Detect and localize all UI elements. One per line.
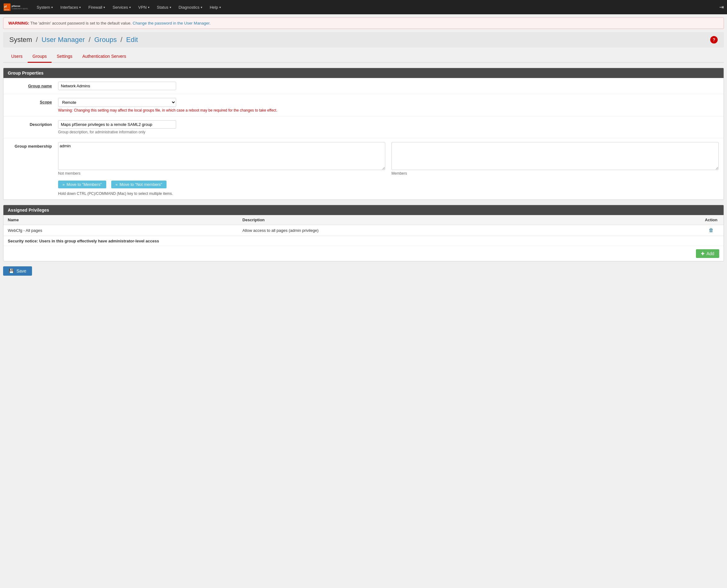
col-description: Description xyxy=(238,215,699,225)
svg-text:Sense: Sense xyxy=(4,9,9,10)
col-action: Action xyxy=(699,215,724,225)
assigned-privileges-body: Name Description Action WebCfg - All pag… xyxy=(3,215,724,261)
pfsense-logo-svg: pf Sense pfSense COMMUNITY EDITION xyxy=(3,2,28,13)
table-row: WebCfg - All pages Allow access to all p… xyxy=(3,225,724,236)
scope-warning-text: Warning: Changing this setting may affec… xyxy=(58,108,719,112)
description-input[interactable] xyxy=(58,120,176,129)
group-name-input[interactable] xyxy=(58,82,176,90)
help-icon[interactable]: ? xyxy=(710,36,718,43)
move-to-members-button[interactable]: » Move to "Members" xyxy=(58,181,106,188)
nav-logout-icon[interactable]: ⇥ xyxy=(719,4,724,10)
tab-users[interactable]: Users xyxy=(6,51,28,63)
svg-text:COMMUNITY EDITION: COMMUNITY EDITION xyxy=(12,8,28,9)
breadcrumb-bar: System / User Manager / Groups / Edit ? xyxy=(3,32,724,47)
move-to-members-label: Move to "Members" xyxy=(66,182,102,187)
group-name-field xyxy=(58,82,719,90)
assigned-privileges-panel: Assigned Privileges Name Description Act… xyxy=(3,205,724,261)
tab-authentication-servers[interactable]: Authentication Servers xyxy=(77,51,131,63)
breadcrumb: System / User Manager / Groups / Edit xyxy=(9,36,138,44)
breadcrumb-system: System xyxy=(9,36,32,43)
move-to-not-members-arrows: « xyxy=(115,182,118,187)
warning-banner: WARNING: The 'admin' account password is… xyxy=(3,17,724,29)
save-icon: 💾 xyxy=(9,269,14,273)
scope-select[interactable]: Remote Local xyxy=(58,98,176,107)
description-help: Group description, for administrative in… xyxy=(58,130,719,134)
warning-label: WARNING: xyxy=(8,21,29,25)
navbar: pf Sense pfSense COMMUNITY EDITION Syste… xyxy=(0,0,727,14)
nav-help[interactable]: Help ▾ xyxy=(206,0,224,14)
breadcrumb-groups[interactable]: Groups xyxy=(94,36,117,43)
group-name-label: Group name xyxy=(8,82,58,88)
tabs-bar: Users Groups Settings Authentication Ser… xyxy=(3,51,724,63)
not-members-label: Not members xyxy=(58,171,385,175)
nav-status[interactable]: Status ▾ xyxy=(153,0,175,14)
not-members-list[interactable]: admin xyxy=(58,142,385,170)
group-membership-label: Group membership xyxy=(8,142,58,149)
add-icon: ✚ xyxy=(701,251,705,256)
members-col: Members xyxy=(391,142,719,175)
hold-notice: Hold down CTRL (PC)/COMMAND (Mac) key to… xyxy=(58,191,719,196)
membership-columns: admin Not members Members xyxy=(58,142,719,175)
security-notice: Security notice: Users in this group eff… xyxy=(3,236,724,246)
scope-field: Remote Local Warning: Changing this sett… xyxy=(58,98,719,112)
breadcrumb-sep3: / xyxy=(121,36,123,43)
move-to-not-members-label: Move to "Not members" xyxy=(120,182,162,187)
warning-text: The 'admin' account password is set to t… xyxy=(30,21,133,25)
breadcrumb-current: Edit xyxy=(126,36,138,43)
nav-system[interactable]: System ▾ xyxy=(33,0,57,14)
add-button-row: ✚ Add xyxy=(3,246,724,261)
add-label: Add xyxy=(706,251,714,256)
nav-services[interactable]: Services ▾ xyxy=(109,0,134,14)
group-name-row: Group name xyxy=(3,78,724,94)
scope-row: Scope Remote Local Warning: Changing thi… xyxy=(3,94,724,117)
description-label: Description xyxy=(8,120,58,127)
tab-settings[interactable]: Settings xyxy=(51,51,77,63)
breadcrumb-sep2: / xyxy=(88,36,90,43)
svg-text:pf: pf xyxy=(4,5,6,8)
members-label: Members xyxy=(391,171,719,175)
priv-action: 🗑 xyxy=(699,225,724,236)
priv-name: WebCfg - All pages xyxy=(3,225,238,236)
main-content: Group Properties Group name Scope Remote… xyxy=(3,68,724,261)
nav-menu: System ▾ Interfaces ▾ Firewall ▾ Service… xyxy=(33,0,719,14)
privileges-table: Name Description Action WebCfg - All pag… xyxy=(3,215,724,236)
members-list[interactable] xyxy=(391,142,719,170)
group-properties-body: Group name Scope Remote Local Warning: C… xyxy=(3,78,724,200)
group-properties-header: Group Properties xyxy=(3,68,724,78)
breadcrumb-sep1: / xyxy=(36,36,38,43)
breadcrumb-user-manager[interactable]: User Manager xyxy=(42,36,85,43)
save-row: 💾 Save xyxy=(3,266,724,276)
description-field: Group description, for administrative in… xyxy=(58,120,719,134)
priv-description: Allow access to all pages (admin privile… xyxy=(238,225,699,236)
add-privilege-button[interactable]: ✚ Add xyxy=(696,249,719,258)
membership-field: admin Not members Members » xyxy=(58,142,719,196)
brand-logo: pf Sense pfSense COMMUNITY EDITION xyxy=(3,2,28,13)
description-row: Description Group description, for admin… xyxy=(3,117,724,138)
move-to-not-members-button[interactable]: « Move to "Not members" xyxy=(111,181,167,188)
move-to-members-arrows: » xyxy=(62,182,65,187)
save-label: Save xyxy=(17,269,26,273)
nav-vpn[interactable]: VPN ▾ xyxy=(134,0,153,14)
nav-interfaces[interactable]: Interfaces ▾ xyxy=(57,0,85,14)
nav-firewall[interactable]: Firewall ▾ xyxy=(85,0,109,14)
col-name: Name xyxy=(3,215,238,225)
scope-label: Scope xyxy=(8,98,58,104)
tab-groups[interactable]: Groups xyxy=(28,51,52,63)
group-properties-panel: Group Properties Group name Scope Remote… xyxy=(3,68,724,200)
delete-icon[interactable]: 🗑 xyxy=(709,228,714,233)
save-button[interactable]: 💾 Save xyxy=(3,266,32,276)
priv-table-header-row: Name Description Action xyxy=(3,215,724,225)
warning-link[interactable]: Change the password in the User Manager. xyxy=(133,21,211,25)
nav-diagnostics[interactable]: Diagnostics ▾ xyxy=(175,0,206,14)
group-membership-row: Group membership admin Not members Me xyxy=(3,138,724,200)
not-members-col: admin Not members xyxy=(58,142,385,175)
assigned-privileges-header: Assigned Privileges xyxy=(3,205,724,215)
svg-text:pfSense: pfSense xyxy=(12,5,20,7)
